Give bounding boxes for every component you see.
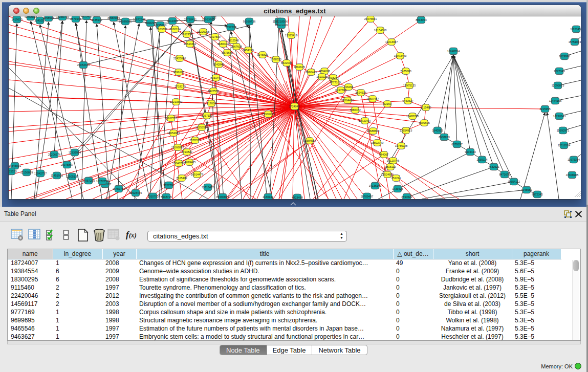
svg-text:5375685: 5375685 bbox=[222, 51, 232, 54]
svg-text:16154808: 16154808 bbox=[374, 29, 386, 32]
svg-text:2367608: 2367608 bbox=[231, 45, 242, 48]
svg-text:3215955: 3215955 bbox=[539, 107, 550, 111]
svg-text:8813054: 8813054 bbox=[416, 18, 426, 21]
svg-text:1815112: 1815112 bbox=[385, 165, 396, 168]
svg-text:14345001: 14345001 bbox=[9, 164, 21, 167]
svg-text:2694522: 2694522 bbox=[401, 195, 412, 199]
svg-text:9474444: 9474444 bbox=[465, 150, 475, 154]
svg-text:1588520: 1588520 bbox=[270, 58, 281, 61]
svg-text:47308985: 47308985 bbox=[566, 173, 578, 177]
svg-text:12213382: 12213382 bbox=[170, 100, 182, 103]
svg-text:8427552: 8427552 bbox=[208, 90, 219, 93]
svg-text:12156809: 12156809 bbox=[20, 171, 33, 174]
svg-text:14099485: 14099485 bbox=[183, 161, 195, 164]
svg-text:9463627: 9463627 bbox=[402, 99, 413, 102]
svg-text:117008: 117008 bbox=[207, 102, 216, 105]
svg-text:8660124: 8660124 bbox=[169, 28, 180, 31]
svg-text:7625402: 7625402 bbox=[176, 177, 187, 180]
svg-text:39587039: 39587039 bbox=[107, 16, 120, 19]
svg-text:15692971: 15692971 bbox=[557, 129, 569, 132]
svg-text:6497564: 6497564 bbox=[335, 89, 346, 92]
svg-text:2458591: 2458591 bbox=[43, 16, 54, 19]
svg-text:3493822: 3493822 bbox=[181, 150, 192, 154]
svg-text:20975867: 20975867 bbox=[61, 163, 73, 166]
svg-text:9794028: 9794028 bbox=[319, 70, 330, 73]
svg-text:8322037: 8322037 bbox=[281, 61, 292, 64]
svg-text:3824514: 3824514 bbox=[355, 91, 366, 94]
svg-text:1640953: 1640953 bbox=[432, 129, 443, 132]
svg-text:18802749: 18802749 bbox=[371, 141, 383, 144]
svg-text:10872248: 10872248 bbox=[133, 18, 145, 21]
svg-text:8471676: 8471676 bbox=[499, 173, 510, 176]
svg-text:19384554: 19384554 bbox=[303, 139, 316, 142]
svg-text:3915523: 3915523 bbox=[9, 170, 17, 173]
svg-text:16782759: 16782759 bbox=[113, 187, 125, 190]
svg-text:17957255: 17957255 bbox=[82, 179, 95, 182]
svg-text:8990443: 8990443 bbox=[306, 71, 316, 74]
svg-text:12444155: 12444155 bbox=[549, 99, 561, 102]
svg-text:10756928: 10756928 bbox=[395, 144, 407, 147]
svg-text:8186323: 8186323 bbox=[217, 42, 228, 46]
svg-text:9857791: 9857791 bbox=[163, 184, 174, 187]
svg-text:4612365: 4612365 bbox=[167, 19, 178, 23]
svg-text:12213967: 12213967 bbox=[385, 40, 398, 43]
svg-text:12720407: 12720407 bbox=[359, 119, 371, 122]
svg-text:7350753: 7350753 bbox=[147, 195, 158, 198]
svg-text:2718179: 2718179 bbox=[175, 85, 185, 88]
svg-text:12505135: 12505135 bbox=[66, 175, 78, 178]
svg-text:8031443: 8031443 bbox=[210, 76, 221, 79]
svg-text:12339934: 12339934 bbox=[69, 151, 81, 154]
svg-text:252214: 252214 bbox=[391, 177, 401, 180]
svg-text:89089901: 89089901 bbox=[119, 20, 132, 23]
svg-text:16210643: 16210643 bbox=[553, 115, 565, 118]
svg-text:15226058: 15226058 bbox=[197, 30, 209, 33]
svg-text:11451923: 11451923 bbox=[51, 174, 63, 177]
svg-text:3912954: 3912954 bbox=[181, 33, 192, 36]
svg-text:16914479: 16914479 bbox=[191, 173, 203, 176]
svg-text:10654112: 10654112 bbox=[508, 180, 520, 183]
svg-text:1733426: 1733426 bbox=[392, 187, 403, 190]
svg-text:15751074: 15751074 bbox=[569, 40, 581, 43]
svg-text:11675334: 11675334 bbox=[568, 158, 580, 161]
svg-text:3578321: 3578321 bbox=[189, 139, 200, 142]
svg-text:10782759: 10782759 bbox=[96, 180, 108, 183]
svg-text:19654983: 19654983 bbox=[167, 132, 180, 135]
svg-text:3267110: 3267110 bbox=[201, 114, 212, 117]
svg-text:42868828: 42868828 bbox=[25, 16, 37, 18]
svg-text:91030736: 91030736 bbox=[243, 20, 255, 23]
svg-text:9245652: 9245652 bbox=[521, 188, 532, 191]
svg-text:9115460: 9115460 bbox=[420, 106, 431, 109]
svg-text:19166825: 19166825 bbox=[171, 146, 184, 149]
svg-text:4823498: 4823498 bbox=[292, 196, 302, 199]
svg-text:87490893: 87490893 bbox=[216, 195, 229, 199]
svg-text:8938923: 8938923 bbox=[439, 136, 449, 139]
svg-text:16648764: 16648764 bbox=[447, 50, 460, 53]
svg-text:13716485: 13716485 bbox=[202, 186, 214, 189]
svg-text:9329996: 9329996 bbox=[559, 55, 570, 58]
svg-text:10688609: 10688609 bbox=[367, 129, 379, 133]
svg-text:13325419: 13325419 bbox=[285, 34, 297, 37]
svg-text:1621025: 1621025 bbox=[316, 75, 327, 78]
svg-text:19218506: 19218506 bbox=[275, 20, 288, 23]
svg-text:10807487: 10807487 bbox=[366, 97, 379, 100]
svg-text:9896123: 9896123 bbox=[173, 71, 184, 74]
svg-text:2166941: 2166941 bbox=[263, 195, 273, 199]
svg-text:9242848: 9242848 bbox=[213, 63, 224, 66]
svg-text:11123456: 11123456 bbox=[570, 28, 581, 31]
svg-text:13495766: 13495766 bbox=[406, 115, 419, 118]
svg-text:12093873: 12093873 bbox=[552, 84, 564, 87]
svg-text:9327509: 9327509 bbox=[209, 35, 220, 38]
svg-text:16033809: 16033809 bbox=[202, 18, 214, 21]
svg-text:12923446: 12923446 bbox=[129, 191, 142, 194]
svg-text:16120746: 16120746 bbox=[387, 159, 399, 162]
svg-text:12942757: 12942757 bbox=[34, 172, 47, 175]
svg-text:20476821: 20476821 bbox=[364, 17, 377, 20]
svg-text:12975125: 12975125 bbox=[403, 84, 416, 87]
svg-text:22420046: 22420046 bbox=[173, 57, 186, 60]
svg-text:17016504: 17016504 bbox=[558, 144, 570, 147]
svg-text:13524851: 13524851 bbox=[381, 173, 394, 176]
svg-text:14265799: 14265799 bbox=[56, 16, 69, 18]
svg-text:9612546: 9612546 bbox=[228, 39, 238, 42]
svg-text:9777169: 9777169 bbox=[330, 81, 340, 84]
svg-text:6099695: 6099695 bbox=[419, 121, 429, 124]
